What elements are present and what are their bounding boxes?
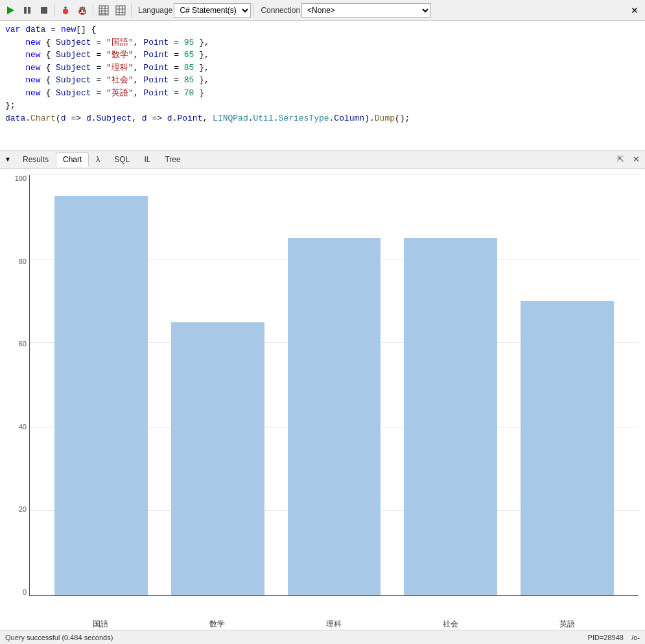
table2-button[interactable] (113, 3, 128, 18)
x-label-suugaku: 数学 (159, 615, 276, 630)
plot-area (29, 175, 639, 596)
language-label: Language (138, 6, 172, 15)
svg-point-9 (80, 10, 81, 11)
close-button[interactable]: ✕ (627, 3, 642, 18)
bar-kokugo (54, 196, 148, 595)
x-label-kokugo: 国語 (42, 615, 159, 630)
status-message: Query successful (0.484 seconds) (5, 634, 113, 641)
status-bar: Query successful (0.484 seconds) PID=289… (0, 630, 645, 644)
close-results-button[interactable]: ✕ (629, 153, 642, 166)
bar-shakai (404, 238, 497, 595)
y-label-100: 100 (6, 175, 29, 182)
pid-value: PID=28948 (588, 634, 624, 641)
connection-label: Connection (261, 6, 300, 15)
svg-rect-3 (41, 7, 47, 14)
results-actions: ⇱ ✕ (614, 153, 642, 166)
stop-button[interactable] (36, 3, 52, 18)
results-section: ▼ Results Chart λ SQL IL Tree ⇱ ✕ 100 80… (0, 150, 645, 630)
connection-select[interactable]: <None> (301, 3, 431, 18)
bar-group-suugaku (159, 175, 276, 595)
main-content: var data = new[] { new { Subject = "国語",… (0, 21, 645, 630)
chart-area: 100 80 60 40 20 0 (0, 169, 645, 630)
svg-rect-1 (24, 7, 27, 14)
x-label-shakai: 社会 (392, 615, 509, 630)
run-button[interactable] (3, 3, 18, 18)
tab-tree[interactable]: Tree (158, 152, 187, 167)
y-axis: 100 80 60 40 20 0 (6, 175, 29, 615)
x-label-rika: 理科 (276, 615, 392, 630)
tab-results[interactable]: Results (16, 152, 56, 167)
code-line-3: new { Subject = "数学", Point = 65 }, (5, 49, 640, 62)
table1-button[interactable] (96, 3, 111, 18)
y-label-80: 80 (6, 258, 29, 265)
code-line-7: }; (5, 99, 640, 112)
tab-chart[interactable]: Chart (56, 152, 89, 167)
bar-group-eigo (509, 175, 626, 595)
separator-3 (131, 4, 132, 17)
code-line-2: new { Subject = "国語", Point = 95 }, (5, 36, 640, 49)
y-label-60: 60 (6, 340, 29, 348)
svg-marker-0 (7, 6, 14, 14)
svg-rect-21 (116, 6, 125, 15)
bar-eigo (521, 301, 614, 595)
debug2-button[interactable] (75, 3, 90, 18)
x-labels: 国語 数学 理科 社会 英語 (29, 615, 639, 630)
svg-point-10 (83, 10, 84, 11)
code-line-4: new { Subject = "理科", Point = 85 }, (5, 62, 640, 75)
results-bar: ▼ Results Chart λ SQL IL Tree ⇱ ✕ (0, 150, 645, 169)
bar-suugaku (171, 322, 264, 595)
toolbar: Language C# Statement(s) C# Program VB S… (0, 0, 645, 21)
y-label-20: 20 (6, 506, 29, 513)
expand-icon[interactable]: ⇱ (614, 153, 627, 166)
status-pid: PID=28948 /o- (588, 634, 640, 641)
tab-lambda[interactable]: λ (89, 152, 107, 167)
code-line-1: var data = new[] { (5, 23, 640, 36)
code-line-9: data.Chart(d => d.Subject, d => d.Point,… (5, 112, 640, 125)
tab-sql[interactable]: SQL (107, 152, 137, 167)
pause-button[interactable] (19, 3, 35, 18)
collapse-button[interactable]: ▼ (3, 154, 13, 165)
separator-1 (54, 4, 55, 17)
separator-2 (93, 4, 93, 17)
bar-group-shakai (392, 175, 509, 595)
chart-container: 100 80 60 40 20 0 (6, 175, 639, 615)
debug-button[interactable] (58, 3, 73, 18)
code-line-5: new { Subject = "社会", Point = 85 }, (5, 74, 640, 87)
bar-rika (288, 238, 381, 595)
code-line-6: new { Subject = "英語", Point = 70 } (5, 87, 640, 100)
code-editor[interactable]: var data = new[] { new { Subject = "国語",… (0, 21, 645, 150)
tab-il[interactable]: IL (137, 152, 158, 167)
bar-group-kokugo (43, 175, 159, 595)
bar-group-rika (276, 175, 393, 595)
separator-4 (253, 4, 254, 17)
bars-container (30, 175, 639, 595)
status-indicator: /o- (631, 634, 640, 641)
x-label-eigo: 英語 (509, 615, 626, 630)
y-label-40: 40 (6, 423, 29, 431)
y-label-0: 0 (6, 589, 29, 596)
svg-rect-2 (28, 7, 30, 14)
language-select[interactable]: C# Statement(s) C# Program VB Statement(… (174, 3, 251, 18)
